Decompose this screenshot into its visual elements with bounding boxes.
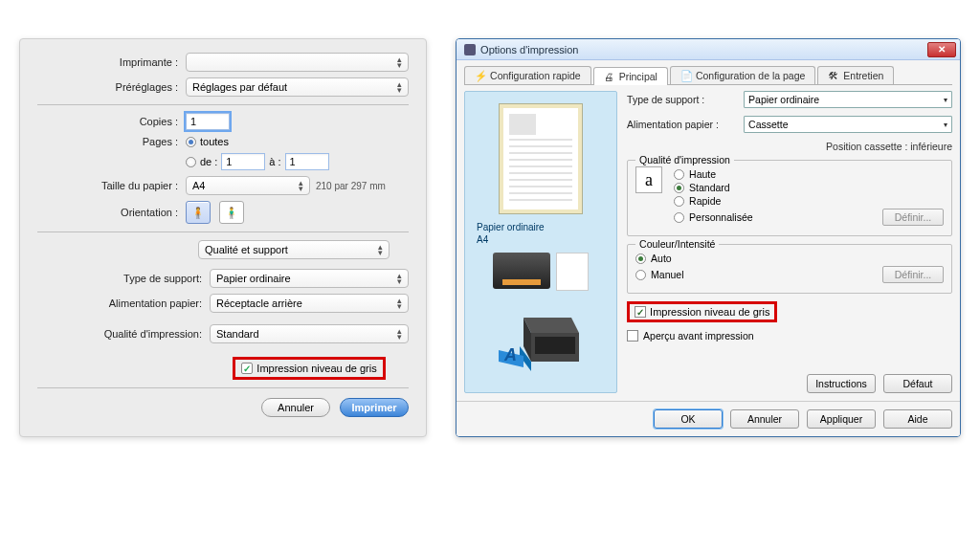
chevron-down-icon: ▾ — [944, 96, 947, 104]
portrait-icon: 🧍 — [191, 207, 205, 219]
blank-page-icon — [556, 253, 589, 291]
window-title: Options d'impression — [480, 44, 578, 55]
paper-size-info: 210 par 297 mm — [316, 181, 386, 191]
tab-bar: ⚡ Configuration rapide 🖨 Principal 📄 Con… — [464, 66, 952, 85]
preview-before-print-checkbox[interactable] — [627, 330, 638, 342]
ok-button[interactable]: OK — [654, 409, 723, 429]
defaults-button[interactable]: Défaut — [883, 374, 952, 393]
section-value: Qualité et support — [205, 244, 288, 255]
printer-label: Imprimante : — [37, 56, 186, 68]
quality-custom-radio[interactable] — [674, 212, 684, 223]
paper-feed-value: Réceptacle arrière — [216, 298, 302, 309]
greyscale-highlight: Impression niveau de gris — [233, 357, 385, 380]
orientation-landscape[interactable]: 🧍‍♂️ — [219, 201, 244, 224]
printer-icon: 🖨 — [604, 71, 615, 82]
paper-feed-select[interactable]: Cassette▾ — [744, 116, 952, 133]
win-print-options-dialog: Options d'impression ✕ ⚡ Configuration r… — [456, 38, 961, 437]
page-icon: 📄 — [680, 70, 692, 81]
printer-icon — [464, 44, 476, 55]
divider — [37, 387, 409, 388]
copies-label: Copies : — [37, 116, 186, 127]
greyscale-label: Impression niveau de gris — [650, 306, 769, 318]
preview-paper-label: Papier ordinaire — [477, 222, 545, 232]
cassette-position-label: Position cassette : inférieure — [627, 141, 952, 152]
paper-feed-select[interactable]: Réceptacle arrière ▴▾ — [210, 294, 409, 313]
media-type-label: Type de support: — [37, 273, 210, 284]
close-button[interactable]: ✕ — [927, 42, 956, 57]
paper-size-label: Taille du papier : — [37, 180, 186, 191]
landscape-icon: 🧍‍♂️ — [225, 207, 238, 219]
printer-select[interactable]: ▴▾ — [186, 53, 409, 72]
media-type-label: Type de support : — [627, 94, 738, 105]
svg-rect-3 — [535, 337, 575, 354]
print-quality-value: Standard — [216, 328, 259, 340]
greyscale-checkbox[interactable] — [635, 306, 646, 318]
quality-sample-icon: a — [635, 166, 662, 193]
chevron-updown-icon: ▴▾ — [397, 298, 402, 310]
quality-fast-radio[interactable] — [674, 196, 684, 207]
cancel-button[interactable]: Annuler — [730, 409, 799, 429]
quality-define-button[interactable]: Définir... — [882, 209, 944, 226]
chevron-updown-icon: ▴▾ — [378, 244, 383, 256]
print-quality-label: Qualité d'impression: — [37, 328, 210, 340]
print-quality-group: Qualité d'impression a Haute Standard Ra… — [627, 160, 952, 236]
media-type-select[interactable]: Papier ordinaire ▴▾ — [210, 269, 409, 288]
orientation-label: Orientation : — [37, 207, 186, 218]
titlebar: Options d'impression ✕ — [457, 39, 960, 60]
chevron-updown-icon: ▴▾ — [397, 273, 402, 285]
cancel-button[interactable]: Annuler — [261, 398, 330, 417]
dialog-footer: OK Annuler Appliquer Aide — [457, 401, 960, 436]
pages-to-input[interactable] — [285, 153, 329, 170]
paper-feed-label: Alimentation papier: — [37, 298, 210, 309]
greyscale-checkbox[interactable] — [241, 363, 253, 374]
paper-size-value: A4 — [192, 180, 205, 191]
settings-panel: Type de support : Papier ordinaire▾ Alim… — [627, 91, 952, 393]
pages-from-input[interactable] — [221, 153, 265, 170]
color-intensity-group: Couleur/Intensité Auto Manuel Définir... — [627, 244, 952, 294]
chevron-updown-icon: ▴▾ — [397, 81, 402, 94]
color-intensity-legend: Couleur/Intensité — [635, 238, 719, 250]
orientation-portrait[interactable]: 🧍 — [186, 201, 211, 224]
pages-from-label: de : — [200, 156, 217, 167]
section-select[interactable]: Qualité et support ▴▾ — [198, 240, 390, 259]
document-preview-icon — [499, 103, 583, 214]
tools-icon: 🛠 — [828, 70, 839, 81]
tab-quick-setup[interactable]: ⚡ Configuration rapide — [464, 66, 591, 84]
tab-main[interactable]: 🖨 Principal — [593, 67, 668, 85]
paper-size-select[interactable]: A4 ▴▾ — [186, 176, 310, 195]
preview-before-print-label: Aperçu avant impression — [643, 330, 754, 342]
presets-label: Préréglages : — [37, 81, 186, 93]
chevron-updown-icon: ▴▾ — [299, 180, 303, 192]
greyscale-label: Impression niveau de gris — [256, 363, 376, 374]
quality-standard-radio[interactable] — [674, 183, 684, 193]
pages-all-radio[interactable] — [186, 137, 196, 147]
print-quality-select[interactable]: Standard ▴▾ — [210, 324, 409, 343]
divider — [37, 104, 409, 105]
tab-maintenance[interactable]: 🛠 Entretien — [817, 66, 894, 84]
quality-high-radio[interactable] — [674, 169, 684, 180]
media-type-select[interactable]: Papier ordinaire▾ — [744, 91, 952, 108]
mac-print-dialog: Imprimante : ▴▾ Préréglages : Réglages p… — [19, 38, 427, 437]
media-type-value: Papier ordinaire — [216, 273, 291, 284]
color-auto-radio[interactable] — [635, 253, 646, 264]
printer-3d-icon: A — [495, 308, 587, 381]
lightning-icon: ⚡ — [475, 70, 486, 81]
apply-button[interactable]: Appliquer — [807, 409, 876, 429]
greyscale-highlight: Impression niveau de gris — [627, 301, 777, 322]
preview-panel: Papier ordinaire A4 A — [464, 91, 617, 393]
pages-all-label: toutes — [200, 136, 229, 147]
print-quality-legend: Qualité d'impression — [635, 154, 734, 165]
copies-input[interactable] — [186, 113, 230, 130]
color-manual-radio[interactable] — [635, 270, 646, 280]
preview-size-label: A4 — [477, 234, 488, 245]
help-button[interactable]: Aide — [883, 409, 952, 429]
print-button[interactable]: Imprimer — [340, 398, 409, 417]
instructions-button[interactable]: Instructions — [807, 374, 876, 393]
chevron-updown-icon: ▴▾ — [397, 56, 402, 69]
pages-label: Pages : — [37, 136, 186, 147]
chevron-updown-icon: ▴▾ — [397, 328, 402, 341]
tab-page-setup[interactable]: 📄 Configuration de la page — [670, 66, 815, 84]
color-define-button[interactable]: Définir... — [882, 266, 944, 283]
pages-range-radio[interactable] — [186, 157, 196, 167]
presets-select[interactable]: Réglages par défaut ▴▾ — [186, 77, 409, 97]
